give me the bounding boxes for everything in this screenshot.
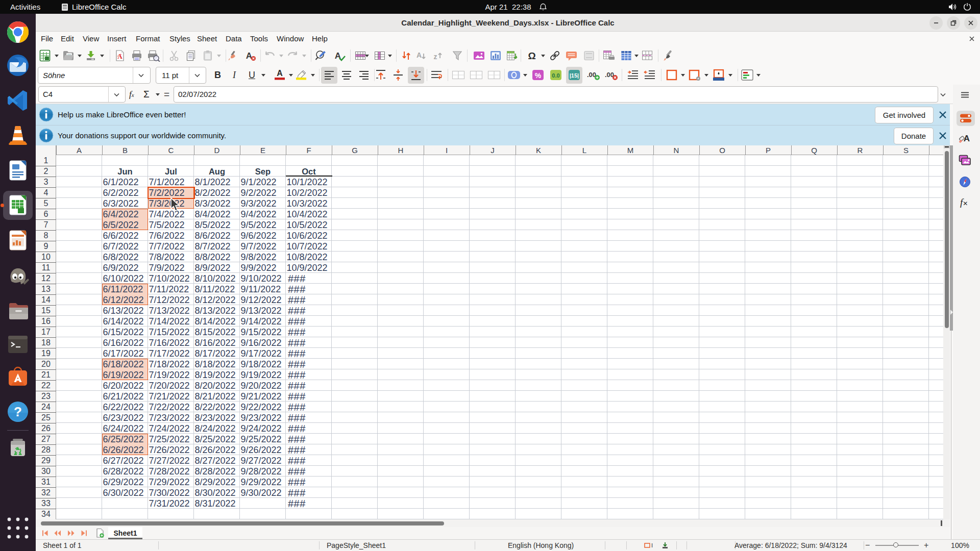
svg-text:0.0: 0.0 <box>552 72 559 79</box>
svg-text:%: % <box>535 71 542 80</box>
svg-text:A: A <box>117 53 122 60</box>
svg-text:|15|: |15| <box>570 72 579 79</box>
svg-text:A: A <box>964 134 970 143</box>
svg-text:A: A <box>416 51 422 59</box>
svg-text:?: ? <box>14 404 22 419</box>
svg-text:I: I <box>651 542 653 548</box>
svg-text:z: z <box>434 53 437 61</box>
svg-text:Ω: Ω <box>528 51 535 61</box>
svg-text:A: A <box>277 69 283 78</box>
svg-text:A: A <box>246 51 252 61</box>
